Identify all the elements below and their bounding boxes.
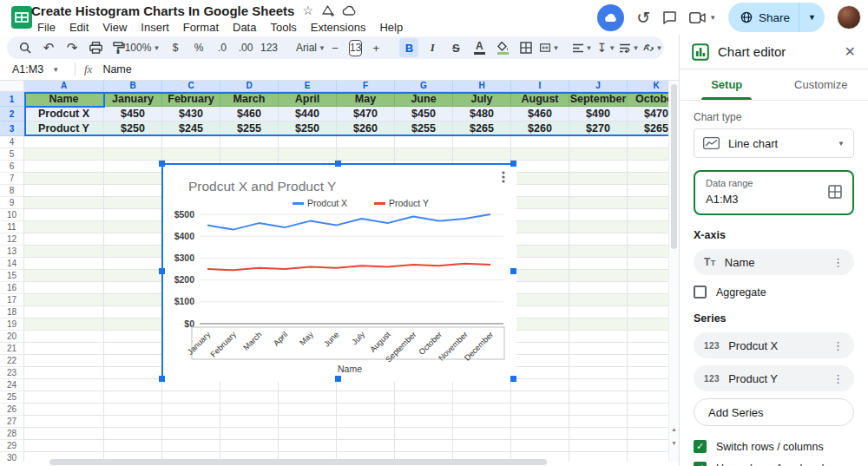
add-series-button[interactable]: Add Series (694, 398, 854, 426)
cell-D5[interactable] (220, 148, 279, 161)
cell-A13[interactable] (24, 246, 104, 258)
cell-B14[interactable] (104, 258, 162, 270)
row-header-2[interactable]: 2 (0, 107, 24, 121)
cell-I9[interactable] (511, 197, 569, 209)
cell-C5[interactable] (162, 148, 220, 161)
undo-icon[interactable]: ↶ (39, 38, 58, 57)
cell-K6[interactable] (628, 161, 668, 173)
cell-B4[interactable] (104, 136, 162, 148)
cell-J16[interactable] (569, 282, 628, 294)
cell-D27[interactable] (220, 416, 279, 428)
cell-G25[interactable] (395, 391, 453, 404)
vertical-scrollbar[interactable]: ▲ ▼ (668, 81, 679, 462)
row-header-30[interactable]: 30 (0, 452, 24, 462)
cell-I27[interactable] (511, 416, 569, 428)
name-box-caret-icon[interactable]: ▼ (52, 66, 59, 74)
cell-G3[interactable]: $255 (395, 121, 453, 136)
cell-J14[interactable] (569, 258, 628, 270)
cell-A19[interactable] (24, 318, 104, 331)
cell-J4[interactable] (569, 136, 628, 148)
cell-C27[interactable] (162, 416, 220, 428)
vertical-scrollbar-thumb[interactable] (671, 84, 677, 249)
cell-K23[interactable] (628, 367, 668, 379)
cell-D29[interactable] (220, 440, 279, 452)
cell-B5[interactable] (104, 148, 162, 161)
cell-J17[interactable] (569, 294, 628, 306)
cell-K1[interactable]: October (628, 92, 668, 107)
cell-B18[interactable] (104, 306, 162, 318)
row-header-20[interactable]: 20 (0, 331, 24, 343)
cell-K21[interactable] (628, 343, 668, 355)
cell-A22[interactable] (24, 355, 104, 367)
cell-B1[interactable]: January (104, 92, 162, 107)
chart-type-caret-icon[interactable]: ▼ (838, 140, 845, 148)
merge-cells-button[interactable]: ▼ (540, 38, 559, 57)
cell-A21[interactable] (24, 343, 104, 355)
column-header-E[interactable]: E (279, 81, 337, 92)
cell-D3[interactable]: $255 (220, 121, 279, 136)
cell-K18[interactable] (628, 306, 668, 318)
cell-A12[interactable] (24, 233, 104, 246)
cell-J22[interactable] (569, 355, 628, 367)
meet-caret-icon[interactable]: ▼ (709, 14, 716, 22)
cell-I25[interactable] (511, 391, 569, 404)
cell-B13[interactable] (104, 246, 162, 258)
cell-C4[interactable] (162, 136, 220, 148)
cell-A7[interactable] (24, 173, 104, 185)
meet-camera-icon[interactable]: ▼ (689, 12, 716, 23)
row-header-17[interactable]: 17 (0, 294, 24, 306)
cell-J28[interactable] (569, 428, 628, 440)
hide-menus-icon[interactable]: ⌃ (644, 43, 652, 54)
menu-edit[interactable]: Edit (63, 20, 95, 35)
cell-J8[interactable] (569, 185, 628, 197)
cell-A8[interactable] (24, 185, 104, 197)
cell-I7[interactable] (511, 173, 569, 185)
cell-E26[interactable] (279, 404, 337, 416)
drive-cloud-badge-icon[interactable] (597, 4, 624, 31)
cell-J20[interactable] (569, 331, 628, 343)
cell-C2[interactable]: $430 (162, 107, 220, 121)
cell-B22[interactable] (104, 355, 162, 367)
cell-F1[interactable]: May (337, 92, 395, 107)
cell-I22[interactable] (511, 355, 569, 367)
cell-I12[interactable] (511, 233, 569, 246)
cell-H4[interactable] (453, 136, 511, 148)
cell-I19[interactable] (511, 318, 569, 331)
cell-A11[interactable] (24, 221, 104, 233)
cell-J27[interactable] (569, 416, 628, 428)
cell-E1[interactable]: April (279, 92, 337, 107)
row-header-24[interactable]: 24 (0, 379, 24, 391)
cell-B9[interactable] (104, 197, 162, 209)
cell-J13[interactable] (569, 246, 628, 258)
column-header-C[interactable]: C (162, 81, 220, 92)
close-panel-icon[interactable]: ✕ (845, 43, 856, 60)
cell-K14[interactable] (628, 258, 668, 270)
cell-E29[interactable] (279, 440, 337, 452)
cell-B17[interactable] (104, 294, 162, 306)
chart-type-select[interactable]: Line chart ▼ (694, 128, 854, 158)
cell-H2[interactable]: $480 (453, 107, 511, 121)
strikethrough-button[interactable]: S (446, 38, 465, 57)
cell-E28[interactable] (279, 428, 337, 440)
cell-A23[interactable] (24, 367, 104, 379)
cell-I2[interactable]: $460 (511, 107, 569, 121)
cell-A28[interactable] (24, 428, 104, 440)
cell-K25[interactable] (628, 391, 668, 404)
cell-F5[interactable] (337, 148, 395, 161)
cell-H5[interactable] (453, 148, 511, 161)
cell-F2[interactable]: $470 (337, 107, 395, 121)
row-header-16[interactable]: 16 (0, 282, 24, 294)
series-item-2[interactable]: 123Product Y⋮ (694, 365, 854, 391)
tab-customize[interactable]: Customize (774, 69, 868, 100)
cell-A27[interactable] (24, 416, 104, 428)
cell-D26[interactable] (220, 404, 279, 416)
series-kebab-icon[interactable]: ⋮ (832, 339, 844, 352)
menu-insert[interactable]: Insert (135, 20, 175, 35)
menu-help[interactable]: Help (373, 20, 409, 35)
cell-D1[interactable]: March (220, 92, 279, 107)
cell-B26[interactable] (104, 404, 162, 416)
column-header-F[interactable]: F (337, 81, 395, 92)
cell-G27[interactable] (395, 416, 453, 428)
cell-J10[interactable] (569, 209, 628, 221)
share-button[interactable]: Share ▼ (728, 3, 825, 32)
